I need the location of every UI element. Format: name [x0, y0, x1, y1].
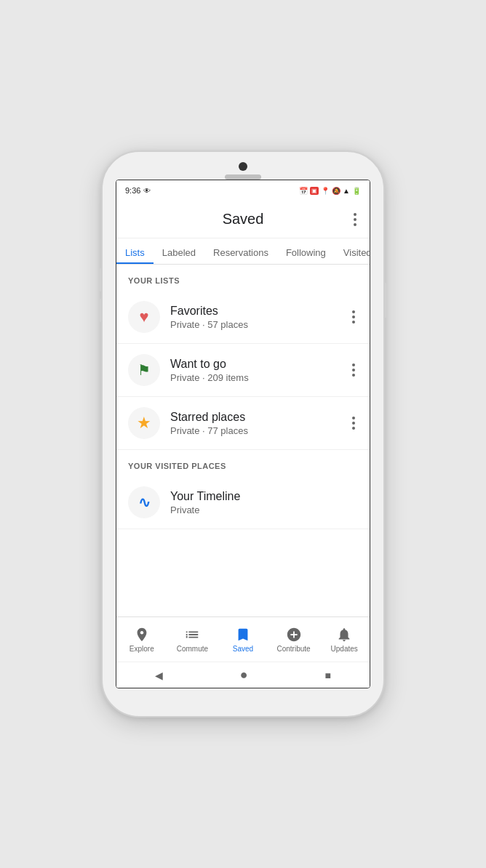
menu-dot-2	[352, 422, 355, 425]
content-area: YOUR LISTS ♥ Favorites Private · 57 plac…	[116, 265, 370, 616]
tab-visited[interactable]: Visited	[335, 238, 370, 264]
starred-icon-bg: ★	[128, 407, 160, 439]
dot-1	[354, 213, 356, 216]
explore-label: Explore	[130, 645, 154, 653]
commute-label: Commute	[177, 645, 208, 653]
nav-contribute[interactable]: Contribute	[268, 627, 319, 653]
starred-menu-button[interactable]	[349, 414, 358, 433]
status-right: 📅 ▣ 📍 🔕 ▲ 🔋	[299, 187, 361, 195]
phone-device: 9:36 👁 📅 ▣ 📍 🔕 ▲ 🔋 Saved	[101, 150, 385, 718]
status-bar: 9:36 👁 📅 ▣ 📍 🔕 ▲ 🔋	[116, 180, 370, 201]
menu-dot-2	[352, 316, 355, 318]
your-lists-header: YOUR LISTS	[116, 265, 370, 291]
tab-lists[interactable]: Lists	[116, 238, 154, 264]
power-btn[interactable]	[383, 283, 387, 318]
timeline-icon-bg: ∿	[128, 486, 160, 518]
menu-dot-1	[352, 310, 355, 313]
favorites-icon-bg: ♥	[128, 301, 160, 333]
tab-following[interactable]: Following	[277, 238, 335, 264]
status-time: 9:36	[125, 186, 140, 195]
want-to-go-text: Want to go Private · 209 items	[170, 358, 349, 383]
want-to-go-subtitle: Private · 209 items	[170, 372, 349, 383]
list-item-starred-places[interactable]: ★ Starred places Private · 77 places	[116, 397, 370, 450]
silent-icon: 🔕	[332, 187, 340, 195]
header-menu-button[interactable]	[351, 210, 359, 229]
nav-commute[interactable]: Commute	[167, 627, 218, 653]
page-title: Saved	[223, 211, 264, 228]
phone-screen: 9:36 👁 📅 ▣ 📍 🔕 ▲ 🔋 Saved	[116, 180, 370, 688]
back-button[interactable]: ◀	[155, 670, 163, 681]
menu-dot-3	[352, 374, 355, 377]
commute-icon	[184, 627, 200, 643]
flag-icon: ⚑	[138, 361, 151, 379]
volume-down-btn[interactable]	[99, 299, 103, 322]
timeline-text: Your Timeline Private	[170, 490, 358, 515]
nav-explore[interactable]: Explore	[116, 627, 167, 653]
menu-dot-3	[352, 427, 355, 430]
list-item-want-to-go[interactable]: ⚑ Want to go Private · 209 items	[116, 344, 370, 397]
tab-labeled[interactable]: Labeled	[154, 238, 204, 264]
battery-icon: 🔋	[352, 187, 361, 195]
your-visited-header: YOUR VISITED PLACES	[116, 450, 370, 476]
favorites-text: Favorites Private · 57 places	[170, 305, 349, 330]
visibility-icon: 👁	[143, 187, 151, 195]
app-header: Saved	[116, 201, 370, 238]
menu-dot-2	[352, 369, 355, 371]
want-to-go-menu-button[interactable]	[349, 361, 358, 379]
volume-up-btn[interactable]	[99, 268, 103, 292]
menu-dot-3	[352, 321, 355, 324]
front-camera	[239, 162, 247, 171]
star-icon: ★	[137, 414, 151, 433]
want-to-go-title: Want to go	[170, 358, 349, 371]
explore-icon	[134, 627, 150, 643]
saved-icon	[235, 627, 251, 643]
status-left: 9:36 👁	[125, 186, 151, 195]
phone-top-decoration	[225, 162, 261, 180]
nav-saved[interactable]: Saved	[218, 627, 268, 653]
menu-dot-1	[352, 363, 355, 366]
saved-label: Saved	[233, 645, 253, 653]
starred-text: Starred places Private · 77 places	[170, 411, 349, 436]
timeline-icon-container: ∿	[128, 486, 160, 518]
contribute-label: Contribute	[277, 645, 311, 653]
home-button[interactable]: ●	[240, 667, 248, 683]
favorites-subtitle: Private · 57 places	[170, 319, 349, 330]
want-to-go-icon-bg: ⚑	[128, 354, 160, 386]
want-to-go-icon-container: ⚑	[128, 354, 160, 386]
contribute-icon	[286, 627, 302, 643]
heart-icon: ♥	[139, 308, 148, 326]
nav-updates[interactable]: Updates	[319, 627, 370, 653]
favorites-menu-button[interactable]	[349, 308, 358, 326]
recents-button[interactable]: ■	[325, 670, 331, 681]
starred-subtitle: Private · 77 places	[170, 425, 349, 436]
dot-3	[354, 223, 356, 226]
tab-reservations[interactable]: Reservations	[204, 238, 277, 264]
location-icon: 📍	[321, 187, 330, 195]
dot-2	[354, 218, 356, 221]
calendar-icon: 📅	[299, 187, 308, 195]
timeline-title: Your Timeline	[170, 490, 358, 503]
tab-bar: Lists Labeled Reservations Following Vis…	[116, 238, 370, 265]
updates-label: Updates	[331, 645, 358, 653]
starred-title: Starred places	[170, 411, 349, 424]
menu-dot-1	[352, 417, 355, 419]
updates-icon	[336, 627, 352, 643]
image-icon: ▣	[310, 187, 319, 195]
timeline-icon: ∿	[138, 494, 151, 511]
starred-icon-container: ★	[128, 407, 160, 439]
timeline-subtitle: Private	[170, 505, 358, 515]
earpiece-speaker	[225, 174, 261, 180]
list-item-timeline[interactable]: ∿ Your Timeline Private	[116, 476, 370, 529]
wifi-icon: ▲	[343, 187, 350, 195]
android-nav-bar: ◀ ● ■	[116, 662, 370, 688]
favorites-title: Favorites	[170, 305, 349, 318]
favorites-icon-container: ♥	[128, 301, 160, 333]
list-item-favorites[interactable]: ♥ Favorites Private · 57 places	[116, 291, 370, 344]
bottom-navigation: Explore Commute Saved Contribute	[116, 616, 370, 662]
